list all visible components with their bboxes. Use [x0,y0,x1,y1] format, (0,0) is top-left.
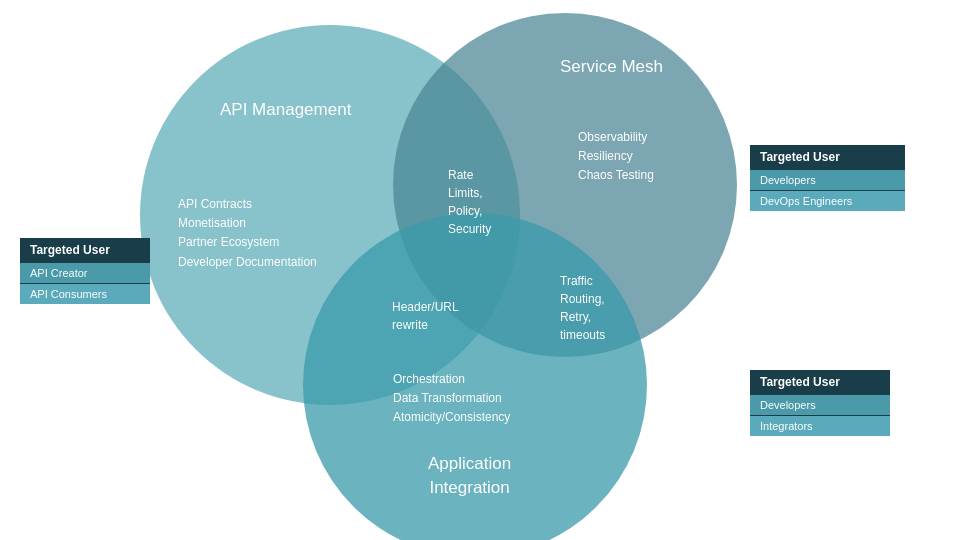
targeted-user-sm-header: Targeted User [750,145,905,169]
targeted-user-ai-row1: Developers [750,394,890,415]
targeted-user-api: Targeted User API Creator API Consumers [20,238,150,304]
targeted-user-sm-row1: Developers [750,169,905,190]
targeted-user-api-header: Targeted User [20,238,150,262]
targeted-user-sm-row2: DevOps Engineers [750,190,905,211]
targeted-user-ai-header: Targeted User [750,370,890,394]
diagram-container: API Management API ContractsMonetisation… [0,0,960,540]
targeted-user-ai: Targeted User Developers Integrators [750,370,890,436]
targeted-user-api-row2: API Consumers [20,283,150,304]
targeted-user-ai-row2: Integrators [750,415,890,436]
targeted-user-api-row1: API Creator [20,262,150,283]
targeted-user-sm: Targeted User Developers DevOps Engineer… [750,145,905,211]
